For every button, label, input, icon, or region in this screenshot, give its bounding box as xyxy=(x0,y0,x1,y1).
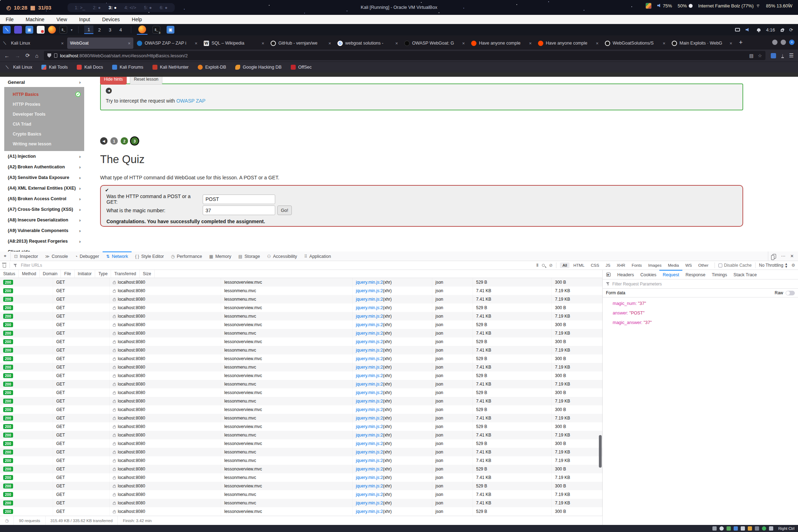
previous-hint-icon[interactable]: ◀ xyxy=(106,88,112,94)
network-adapter-icon[interactable] xyxy=(734,526,738,531)
devtools-tab[interactable]: Accessibility xyxy=(264,251,301,261)
network-settings-gear-icon[interactable]: ⚙ xyxy=(791,263,795,268)
initiator-link[interactable]: jquery.min.js:2 xyxy=(356,288,383,293)
initiator-link[interactable]: jquery.min.js:2 xyxy=(356,382,383,387)
firefox-window-button[interactable] xyxy=(137,25,148,35)
devtools-tab[interactable]: Performance xyxy=(167,251,206,261)
battery-indicator[interactable]: 50% xyxy=(678,3,693,8)
initiator-link[interactable]: jquery.min.js:2 xyxy=(356,458,383,463)
initiator-link[interactable]: jquery.min.js:2 xyxy=(356,356,383,361)
column-header[interactable]: File xyxy=(61,270,74,278)
type-filter-button[interactable]: CSS xyxy=(588,262,602,268)
network-request-row[interactable]: 200 GET localhost:8080 lessonmenu.mvc jq… xyxy=(0,346,602,354)
devtools-tab[interactable]: Inspector xyxy=(11,251,41,261)
initiator-link[interactable]: jquery.min.js:2 xyxy=(356,297,383,302)
sidebar-lesson-item[interactable]: CIA Triad ✔ xyxy=(4,119,84,129)
menubar-item[interactable]: Machine xyxy=(26,17,45,22)
display-icon[interactable] xyxy=(735,28,740,31)
browser-tab[interactable]: OWASP WebGoat: G × xyxy=(401,37,468,49)
responsive-design-icon[interactable] xyxy=(773,254,776,259)
sidebar-lesson-item[interactable]: Writing new lesson ✔ xyxy=(4,139,84,149)
network-request-row[interactable]: 200 GET localhost:8080 lessonmenu.mvc jq… xyxy=(0,312,602,320)
owasp-zap-link[interactable]: OWASP ZAP xyxy=(176,98,205,104)
network-request-row[interactable]: 200 GET localhost:8080 lessonoverview.mv… xyxy=(0,439,602,448)
initiator-link[interactable]: jquery.min.js:2 xyxy=(356,441,383,446)
filter-request-parameters[interactable]: Filter Request Parameters xyxy=(603,279,798,289)
tab-close-icon[interactable]: × xyxy=(195,41,197,46)
devtools-tab[interactable]: Application xyxy=(301,251,335,261)
browser-tab[interactable]: WebGoat × xyxy=(67,37,133,49)
sidebar-lesson-item[interactable]: HTTP Proxies ✔ xyxy=(4,99,84,109)
tab-close-icon[interactable]: × xyxy=(328,41,331,46)
network-request-row[interactable]: 200 GET localhost:8080 lessonoverview.mv… xyxy=(0,465,602,473)
network-request-row[interactable]: 200 GET localhost:8080 lessonoverview.mv… xyxy=(0,320,602,329)
devtools-tab[interactable]: Style Editor xyxy=(132,251,167,261)
type-filter-button[interactable]: HTML xyxy=(571,262,587,268)
sidebar-item-general[interactable]: General › xyxy=(4,77,84,87)
window-maximize-button[interactable] xyxy=(781,40,786,45)
sidebar-lesson-item[interactable]: HTTP Basics ✔ xyxy=(4,89,84,99)
guest-volume-icon[interactable] xyxy=(746,28,750,32)
network-request-row[interactable]: 200 GET localhost:8080 lessonmenu.mvc jq… xyxy=(0,499,602,507)
request-panel-tab[interactable]: Timings xyxy=(709,270,730,279)
go-button[interactable]: Go! xyxy=(277,206,292,215)
request-panel-tab[interactable]: Cookies xyxy=(637,270,659,279)
workspace-button[interactable]: 3 xyxy=(105,25,115,34)
http-command-input[interactable] xyxy=(203,195,275,204)
initiator-link[interactable]: jquery.min.js:2 xyxy=(356,373,383,378)
browser-tab[interactable]: SQL – Wikipedia × xyxy=(201,37,267,49)
pause-recording-icon[interactable]: ‖ xyxy=(536,263,538,268)
column-header[interactable]: Domain xyxy=(40,270,61,278)
type-filter-button[interactable]: Media xyxy=(665,262,681,268)
tab-close-icon[interactable]: × xyxy=(596,41,598,46)
network-request-row[interactable]: 200 GET localhost:8080 lessonoverview.mv… xyxy=(0,405,602,414)
browser-tab[interactable]: Have anyone comple × xyxy=(468,37,534,49)
bookmark-item[interactable]: Kali Tools xyxy=(41,65,68,70)
initiator-link[interactable]: jquery.min.js:2 xyxy=(356,501,383,505)
new-tab-button[interactable]: + xyxy=(739,39,743,46)
table-scrollbar-thumb[interactable] xyxy=(599,435,602,468)
bookmark-item[interactable]: Kali NetHunter xyxy=(152,65,189,70)
reload-button[interactable]: ⟳ xyxy=(25,52,30,59)
lock-screen-icon[interactable] xyxy=(781,29,783,32)
workspace-button[interactable]: 1 xyxy=(84,25,93,34)
initiator-link[interactable]: jquery.min.js:2 xyxy=(356,365,383,370)
menubar-item[interactable]: View xyxy=(56,17,67,22)
type-filter-button[interactable]: JS xyxy=(603,262,613,268)
column-header[interactable]: Type xyxy=(95,270,111,278)
bookmark-item[interactable]: Exploit-DB xyxy=(198,65,226,70)
guest-clock[interactable]: 4:16 xyxy=(766,27,775,33)
network-request-row[interactable]: 200 GET localhost:8080 lessonmenu.mvc jq… xyxy=(0,456,602,465)
network-request-row[interactable]: 200 GET localhost:8080 lessonmenu.mvc jq… xyxy=(0,448,602,456)
firefox-launcher-icon[interactable] xyxy=(48,26,56,34)
initiator-link[interactable]: jquery.min.js:2 xyxy=(356,424,383,429)
initiator-link[interactable]: jquery.min.js:2 xyxy=(356,280,383,285)
sidebar-lesson-item[interactable]: Developer Tools ✔ xyxy=(4,109,84,119)
block-requests-icon[interactable]: ⊘ xyxy=(549,263,553,268)
element-picker-icon[interactable]: ⌖ xyxy=(0,251,11,261)
devtools-close-icon[interactable]: ✕ xyxy=(790,254,794,259)
initiator-link[interactable]: jquery.min.js:2 xyxy=(356,348,383,353)
form-data-param[interactable]: answer: "POST" xyxy=(613,311,798,320)
tab-close-icon[interactable]: × xyxy=(462,41,465,46)
network-request-row[interactable]: 200 GET localhost:8080 lessonoverview.mv… xyxy=(0,337,602,346)
initiator-link[interactable]: jquery.min.js:2 xyxy=(356,492,383,497)
devtools-tab[interactable]: Console xyxy=(41,251,71,261)
site-info-icon[interactable] xyxy=(54,53,57,58)
sidebar-lesson-item[interactable]: Crypto Basics ✔ xyxy=(4,129,84,139)
throttling-dropdown[interactable]: No Throttling ▲▼ xyxy=(759,262,788,268)
tab-close-icon[interactable]: × xyxy=(663,41,665,46)
tracking-protection-shield-icon[interactable] xyxy=(47,53,51,58)
bookmark-item[interactable]: OffSec xyxy=(291,65,312,70)
app-launcher-icon[interactable] xyxy=(14,26,22,34)
sidebar-category-item[interactable]: (A3) Sensitive Data Exposure › xyxy=(4,172,84,183)
devtools-tab[interactable]: Network xyxy=(103,251,132,261)
bookmark-item[interactable]: Google Hacking DB xyxy=(235,65,282,70)
network-request-row[interactable]: 200 GET localhost:8080 lessonmenu.mvc jq… xyxy=(0,414,602,422)
text-editor-icon[interactable] xyxy=(37,26,45,34)
initiator-link[interactable]: jquery.min.js:2 xyxy=(356,399,383,404)
file-manager-icon[interactable] xyxy=(25,26,33,34)
disable-cache-checkbox[interactable]: Disable Cache xyxy=(718,263,752,268)
initiator-link[interactable]: jquery.min.js:2 xyxy=(356,475,383,480)
devtools-tab[interactable]: Debugger xyxy=(71,251,103,261)
